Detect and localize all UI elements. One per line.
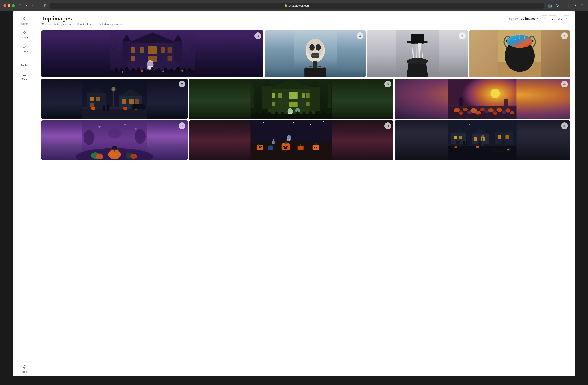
- sidebar-item-catalog[interactable]: Catalog: [16, 28, 33, 41]
- sidebar-item-help[interactable]: Help: [16, 363, 33, 376]
- svg-rect-82: [83, 108, 147, 119]
- sidebar-item-home[interactable]: Home: [16, 15, 33, 27]
- svg-point-132: [303, 112, 306, 116]
- svg-rect-9: [23, 74, 26, 75]
- svg-rect-233: [502, 140, 506, 145]
- svg-rect-156: [504, 99, 508, 106]
- create-icon: [22, 44, 27, 49]
- sort-dropdown[interactable]: Top images ▾: [519, 17, 538, 20]
- zoom-button-10[interactable]: ⊕: [561, 122, 568, 129]
- image-card-6[interactable]: ⊕: [189, 78, 393, 119]
- sidebar: Home Catalog Create: [13, 11, 36, 376]
- svg-point-57: [309, 44, 315, 51]
- svg-rect-31: [131, 56, 135, 61]
- zoom-button-5[interactable]: ⊕: [179, 81, 186, 88]
- shield-icon: ⛨: [42, 4, 47, 7]
- page-number-input[interactable]: [549, 15, 556, 22]
- svg-point-128: [268, 112, 272, 116]
- svg-rect-187: [251, 142, 332, 160]
- tab-overview-icon[interactable]: ⊞: [580, 3, 585, 8]
- minimize-button[interactable]: [8, 4, 10, 7]
- image-card-9[interactable]: ⊕: [189, 120, 393, 160]
- sidebar-item-create[interactable]: Create: [16, 42, 33, 55]
- image-card-7[interactable]: ⊕: [395, 78, 570, 119]
- svg-rect-93: [135, 99, 139, 103]
- svg-rect-209: [272, 141, 274, 144]
- svg-rect-183: [276, 125, 277, 125]
- prev-page-button[interactable]: ‹: [541, 15, 547, 22]
- svg-rect-210: [273, 139, 274, 141]
- svg-point-160: [108, 128, 121, 138]
- svg-point-137: [491, 89, 500, 98]
- svg-line-71: [418, 43, 419, 60]
- new-tab-icon[interactable]: +: [573, 3, 578, 8]
- dropdown-arrow-icon[interactable]: ▾: [25, 4, 28, 8]
- sidebar-item-predict[interactable]: Predict: [16, 56, 33, 69]
- cast-icon[interactable]: 📺: [546, 3, 553, 8]
- svg-rect-28: [148, 46, 157, 54]
- svg-rect-115: [278, 94, 282, 98]
- svg-point-46: [170, 68, 173, 72]
- image-card-5[interactable]: ⊕: [42, 78, 188, 119]
- image-card-3[interactable]: ⊕: [367, 30, 468, 77]
- svg-rect-237: [476, 146, 479, 148]
- svg-rect-10: [23, 75, 26, 76]
- svg-rect-189: [258, 144, 259, 146]
- svg-point-130: [281, 112, 284, 116]
- svg-rect-33: [168, 56, 172, 61]
- page-title: Top images: [42, 15, 124, 22]
- image-card-4[interactable]: ⊕: [469, 30, 570, 77]
- address-bar[interactable]: 🔒 shutterstock.com: [50, 3, 544, 9]
- svg-point-80: [507, 35, 532, 48]
- svg-rect-118: [306, 94, 310, 98]
- maximize-button[interactable]: [12, 4, 15, 7]
- svg-point-42: [143, 68, 146, 72]
- svg-point-131: [296, 111, 299, 116]
- sidebar-item-plan[interactable]: Plan: [16, 70, 33, 83]
- svg-point-170: [109, 148, 120, 159]
- zoom-button-1[interactable]: ⊕: [254, 32, 261, 39]
- svg-rect-110: [262, 86, 272, 110]
- predict-icon: [22, 58, 27, 63]
- svg-rect-7: [24, 61, 24, 61]
- svg-point-95: [111, 87, 116, 91]
- svg-point-49: [188, 68, 192, 72]
- svg-point-159: [135, 129, 146, 144]
- sidebar-item-label-create: Create: [21, 50, 28, 53]
- page-subtitle: 73 stock photos, vectors, and illustrati…: [42, 23, 124, 26]
- svg-rect-204: [314, 147, 315, 148]
- app-container: Home Catalog Create: [13, 11, 575, 376]
- zoom-button-3[interactable]: ⊕: [459, 32, 466, 39]
- page-of-text: of 1: [558, 17, 562, 20]
- zoom-button-7[interactable]: ⊕: [561, 81, 568, 88]
- svg-point-249: [481, 135, 484, 138]
- forward-button[interactable]: ›: [36, 3, 40, 8]
- share-icon[interactable]: ⬆: [567, 3, 571, 8]
- svg-rect-208: [289, 139, 290, 141]
- svg-rect-88: [90, 97, 94, 101]
- refresh-icon[interactable]: ↻: [555, 3, 560, 8]
- sidebar-item-label-plan: Plan: [22, 78, 27, 80]
- sidebar-toggle-button[interactable]: ⊞: [17, 3, 22, 8]
- zoom-button-8[interactable]: ⊕: [179, 122, 186, 129]
- svg-rect-199: [284, 148, 287, 149]
- svg-point-127: [262, 111, 265, 115]
- svg-rect-3: [25, 33, 26, 34]
- close-button[interactable]: [3, 4, 6, 7]
- svg-rect-191: [261, 146, 262, 147]
- svg-rect-100: [103, 108, 105, 111]
- svg-point-153: [502, 111, 506, 114]
- svg-rect-102: [107, 107, 109, 111]
- svg-rect-200: [298, 146, 304, 150]
- image-card-8[interactable]: ⊕: [42, 120, 188, 160]
- catalog-icon: [22, 31, 27, 36]
- back-button[interactable]: ‹: [31, 3, 35, 8]
- image-card-1[interactable]: ⊕: [42, 30, 263, 77]
- sort-by-control: Sort by Top images ▾: [509, 17, 538, 20]
- zoom-button-4[interactable]: ⊕: [561, 32, 568, 39]
- image-card-2[interactable]: ⊕: [265, 30, 366, 77]
- sidebar-item-label-help: Help: [22, 370, 27, 373]
- image-card-10[interactable]: ⊕: [395, 120, 570, 160]
- next-page-button[interactable]: ›: [564, 15, 570, 22]
- svg-rect-214: [458, 121, 458, 122]
